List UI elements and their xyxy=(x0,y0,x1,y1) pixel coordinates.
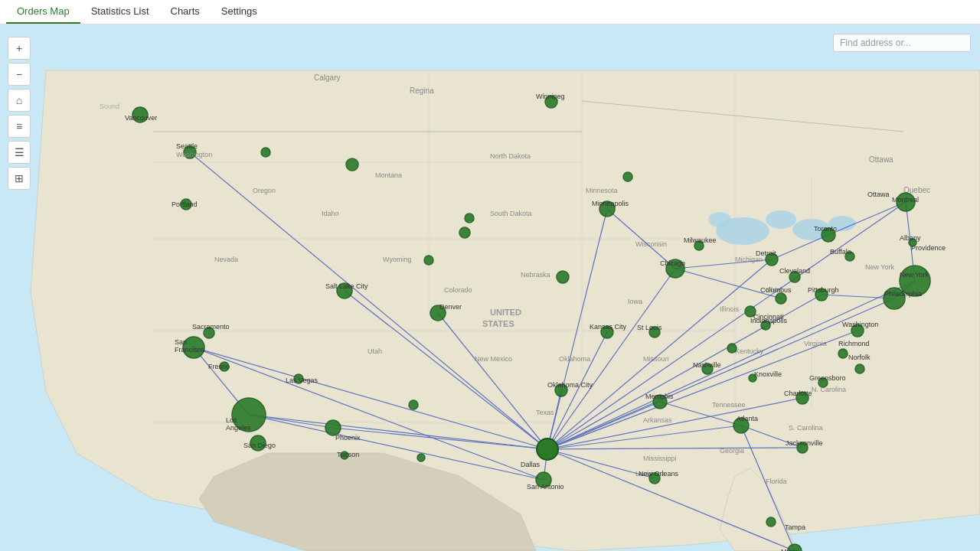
zoom-out-button[interactable]: − xyxy=(8,63,31,86)
tab-charts[interactable]: Charts xyxy=(160,0,211,24)
svg-text:Providence: Providence xyxy=(911,244,946,252)
svg-text:Ottawa: Ottawa xyxy=(867,191,890,198)
svg-text:Dallas: Dallas xyxy=(521,461,541,468)
svg-text:Washington: Washington xyxy=(176,151,212,158)
svg-text:Colorado: Colorado xyxy=(444,286,472,294)
svg-text:Seattle: Seattle xyxy=(176,142,198,150)
svg-point-105 xyxy=(409,400,418,409)
svg-text:Richmond: Richmond xyxy=(838,340,870,347)
svg-text:North Dakota: North Dakota xyxy=(490,152,531,160)
svg-text:Sound: Sound xyxy=(100,103,119,110)
svg-text:Greensboro: Greensboro xyxy=(809,374,846,382)
map-toolbar: + − ⌂ ≡ ☰ ⊞ xyxy=(8,37,31,190)
svg-text:Nebraska: Nebraska xyxy=(521,271,550,279)
svg-point-142 xyxy=(261,148,270,157)
svg-text:Toronto: Toronto xyxy=(814,225,837,233)
svg-text:Albany: Albany xyxy=(900,234,921,242)
svg-point-106 xyxy=(417,454,425,461)
svg-text:STATES: STATES xyxy=(482,319,514,328)
svg-text:Charlotte: Charlotte xyxy=(784,390,812,397)
svg-text:New York: New York xyxy=(900,271,929,279)
list-button[interactable]: ≡ xyxy=(8,115,31,138)
svg-point-118 xyxy=(727,344,737,353)
map-svg: Oregon Nevada Idaho Montana Wyoming Utah… xyxy=(0,24,980,551)
svg-text:Oklahoma: Oklahoma xyxy=(559,355,590,363)
svg-text:Los: Los xyxy=(226,416,237,424)
svg-text:Philadelphia: Philadelphia xyxy=(884,290,922,298)
svg-text:Ottawa: Ottawa xyxy=(869,155,893,164)
svg-text:Idaho: Idaho xyxy=(322,210,339,217)
svg-text:Illinois: Illinois xyxy=(720,305,740,313)
svg-text:Arkansas: Arkansas xyxy=(643,416,672,424)
svg-text:Nevada: Nevada xyxy=(214,256,238,263)
svg-text:Winnipeg: Winnipeg xyxy=(536,93,565,100)
svg-text:Missouri: Missouri xyxy=(643,355,669,363)
svg-point-143 xyxy=(346,158,358,171)
svg-point-101 xyxy=(325,420,341,435)
svg-text:Memphis: Memphis xyxy=(645,393,674,400)
svg-text:Montreal: Montreal xyxy=(892,196,919,204)
svg-text:Kentucky: Kentucky xyxy=(735,347,764,355)
svg-text:Miami: Miami xyxy=(781,548,799,551)
svg-text:San Diego: San Diego xyxy=(243,442,276,449)
svg-text:Phoenix: Phoenix xyxy=(335,434,361,442)
svg-text:Las Vegas: Las Vegas xyxy=(286,377,318,384)
zoom-in-button[interactable]: + xyxy=(8,37,31,60)
svg-text:Tennessee: Tennessee xyxy=(712,401,746,409)
find-address-input[interactable]: Find address or... xyxy=(833,34,971,52)
home-button[interactable]: ⌂ xyxy=(8,89,31,112)
svg-text:Wisconsin: Wisconsin xyxy=(635,240,667,248)
tab-orders-map[interactable]: Orders Map xyxy=(6,0,80,24)
svg-text:Washington: Washington xyxy=(842,321,878,328)
svg-text:Columbus: Columbus xyxy=(760,286,792,294)
svg-text:Jacksonville: Jacksonville xyxy=(786,439,823,447)
svg-text:Iowa: Iowa xyxy=(628,298,642,305)
grid-button[interactable]: ⊞ xyxy=(8,167,31,190)
menu-button[interactable]: ☰ xyxy=(8,141,31,164)
svg-text:Fresno: Fresno xyxy=(208,363,230,370)
svg-point-2 xyxy=(766,210,796,229)
svg-point-148 xyxy=(465,214,474,223)
svg-text:Oregon: Oregon xyxy=(253,187,276,194)
svg-point-144 xyxy=(459,227,470,238)
svg-text:Florida: Florida xyxy=(766,478,787,485)
svg-text:Denver: Denver xyxy=(439,303,462,311)
svg-text:N. Carolina: N. Carolina xyxy=(812,386,846,393)
svg-text:Detroit: Detroit xyxy=(756,249,776,257)
svg-text:Calgary: Calgary xyxy=(314,73,340,82)
svg-point-149 xyxy=(537,439,558,460)
svg-text:Tucson: Tucson xyxy=(337,451,359,458)
svg-text:Cincinnati: Cincinnati xyxy=(753,313,784,321)
svg-text:Pittsburgh: Pittsburgh xyxy=(808,286,839,294)
svg-text:Chicago: Chicago xyxy=(660,259,685,267)
svg-text:Buffalo: Buffalo xyxy=(830,248,851,256)
tab-statistics-list[interactable]: Statistics List xyxy=(80,0,160,24)
svg-text:Oklahoma City: Oklahoma City xyxy=(547,381,593,389)
svg-point-133 xyxy=(838,349,848,358)
map-container[interactable]: Oregon Nevada Idaho Montana Wyoming Utah… xyxy=(0,24,980,551)
svg-point-139 xyxy=(766,517,776,527)
svg-text:Minneapolis: Minneapolis xyxy=(592,200,629,207)
svg-text:Sacramento: Sacramento xyxy=(192,323,230,331)
svg-text:Francisco: Francisco xyxy=(175,346,204,354)
svg-point-146 xyxy=(557,271,569,283)
svg-text:New Mexico: New Mexico xyxy=(475,355,512,363)
svg-text:Regina: Regina xyxy=(410,86,434,95)
svg-text:Norfolk: Norfolk xyxy=(848,354,871,361)
tab-settings[interactable]: Settings xyxy=(211,0,268,24)
svg-text:Angeles: Angeles xyxy=(226,424,251,432)
svg-text:Utah: Utah xyxy=(368,347,382,355)
svg-point-147 xyxy=(623,172,632,181)
svg-text:Nashville: Nashville xyxy=(693,361,721,369)
svg-text:UNITED: UNITED xyxy=(490,308,521,317)
svg-point-134 xyxy=(855,364,864,373)
svg-point-121 xyxy=(776,293,786,304)
tab-bar: Orders Map Statistics List Charts Settin… xyxy=(0,0,980,24)
svg-text:Milwaukee: Milwaukee xyxy=(684,236,717,244)
svg-text:Wyoming: Wyoming xyxy=(383,256,411,263)
svg-text:Tampa: Tampa xyxy=(785,523,805,531)
svg-point-3 xyxy=(708,212,731,227)
svg-text:Montana: Montana xyxy=(375,171,402,179)
svg-text:Vancouver: Vancouver xyxy=(125,114,157,122)
svg-text:Mississippi: Mississippi xyxy=(643,455,677,462)
